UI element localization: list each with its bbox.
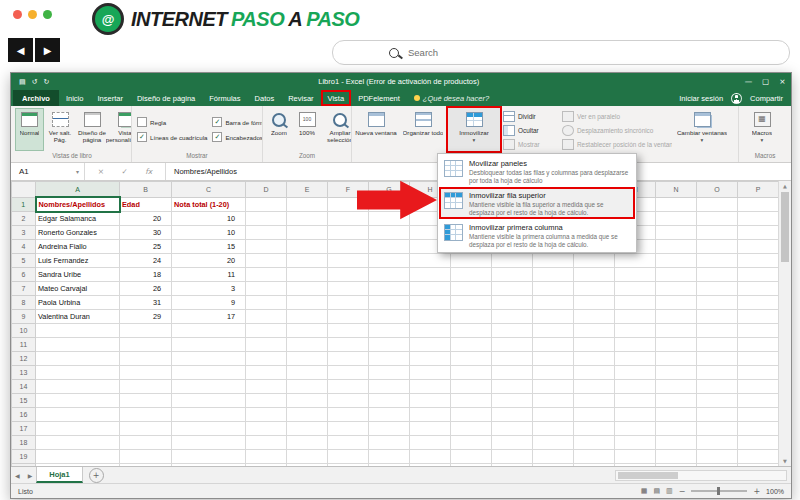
cell-p8[interactable] <box>738 296 779 310</box>
cell-i19[interactable] <box>451 450 492 464</box>
cell-d1[interactable] <box>246 197 287 212</box>
cell-i12[interactable] <box>451 352 492 366</box>
zoom-percent[interactable]: 100% <box>766 488 784 495</box>
ribbon-tab-pdfelement[interactable]: PDFelement <box>351 90 407 106</box>
cell-k7[interactable] <box>533 282 574 296</box>
cell-c11[interactable] <box>172 338 246 352</box>
cell-f3[interactable] <box>328 226 369 240</box>
cell-g13[interactable] <box>369 366 410 380</box>
dividir-button[interactable]: Dividir <box>503 110 557 122</box>
cell-b16[interactable] <box>120 408 172 422</box>
cell-m7[interactable] <box>615 282 656 296</box>
minimize-window-button[interactable] <box>28 10 37 19</box>
cell-l12[interactable] <box>574 352 615 366</box>
cell-m14[interactable] <box>615 380 656 394</box>
cell-o14[interactable] <box>697 380 738 394</box>
cell-n14[interactable] <box>656 380 697 394</box>
cell-o13[interactable] <box>697 366 738 380</box>
cell-i20[interactable] <box>451 464 492 467</box>
cell-e18[interactable] <box>287 436 328 450</box>
cell-l10[interactable] <box>574 324 615 338</box>
cell-o12[interactable] <box>697 352 738 366</box>
cell-o20[interactable] <box>697 464 738 467</box>
cell-l15[interactable] <box>574 394 615 408</box>
cell-l17[interactable] <box>574 422 615 436</box>
cell-g8[interactable] <box>369 296 410 310</box>
cell-a20[interactable] <box>36 464 120 467</box>
restore-icon[interactable] <box>757 77 774 86</box>
cell-g11[interactable] <box>369 338 410 352</box>
cell-g4[interactable] <box>369 240 410 254</box>
cell-n18[interactable] <box>656 436 697 450</box>
cell-j16[interactable] <box>492 408 533 422</box>
cell-b6[interactable]: 18 <box>120 268 172 282</box>
cell-c13[interactable] <box>172 366 246 380</box>
cell-k13[interactable] <box>533 366 574 380</box>
row-header-10[interactable]: 10 <box>12 324 36 338</box>
cell-c20[interactable] <box>172 464 246 467</box>
column-header-p[interactable]: P <box>738 182 779 198</box>
cell-k6[interactable] <box>533 268 574 282</box>
cell-a12[interactable] <box>36 352 120 366</box>
next-sheet-icon[interactable] <box>24 467 37 483</box>
inmovilizar-button[interactable]: Inmovilizar <box>448 108 500 151</box>
cell-g15[interactable] <box>369 394 410 408</box>
cell-n2[interactable] <box>656 212 697 226</box>
cell-b5[interactable]: 24 <box>120 254 172 268</box>
cell-e2[interactable] <box>287 212 328 226</box>
cell-j19[interactable] <box>492 450 533 464</box>
cell-n16[interactable] <box>656 408 697 422</box>
cell-h20[interactable] <box>410 464 451 467</box>
cell-e5[interactable] <box>287 254 328 268</box>
cell-m19[interactable] <box>615 450 656 464</box>
cell-d12[interactable] <box>246 352 287 366</box>
cell-f10[interactable] <box>328 324 369 338</box>
row-header-9[interactable]: 9 <box>12 310 36 324</box>
cell-d6[interactable] <box>246 268 287 282</box>
cell-f19[interactable] <box>328 450 369 464</box>
cell-l19[interactable] <box>574 450 615 464</box>
cell-a13[interactable] <box>36 366 120 380</box>
cell-f6[interactable] <box>328 268 369 282</box>
cell-o7[interactable] <box>697 282 738 296</box>
column-header-o[interactable]: O <box>697 182 738 198</box>
cell-m9[interactable] <box>615 310 656 324</box>
search-box[interactable] <box>332 40 790 65</box>
cell-p19[interactable] <box>738 450 779 464</box>
cell-l13[interactable] <box>574 366 615 380</box>
cell-n12[interactable] <box>656 352 697 366</box>
row-header-4[interactable]: 4 <box>12 240 36 254</box>
cell-g7[interactable] <box>369 282 410 296</box>
cell-i10[interactable] <box>451 324 492 338</box>
cell-d20[interactable] <box>246 464 287 467</box>
cell-k20[interactable] <box>533 464 574 467</box>
cell-j14[interactable] <box>492 380 533 394</box>
cell-d19[interactable] <box>246 450 287 464</box>
cell-f12[interactable] <box>328 352 369 366</box>
cell-k17[interactable] <box>533 422 574 436</box>
cell-j5[interactable] <box>492 254 533 268</box>
vertical-scroll-thumb[interactable] <box>781 192 789 262</box>
cell-b20[interactable] <box>120 464 172 467</box>
cell-e15[interactable] <box>287 394 328 408</box>
checkbox-encabezados[interactable]: Encabezados <box>212 131 263 144</box>
cell-k8[interactable] <box>533 296 574 310</box>
row-header-14[interactable]: 14 <box>12 380 36 394</box>
cell-e1[interactable] <box>287 197 328 212</box>
cell-g19[interactable] <box>369 450 410 464</box>
checkbox-regla[interactable]: Regla <box>137 116 207 129</box>
cell-e20[interactable] <box>287 464 328 467</box>
cell-o18[interactable] <box>697 436 738 450</box>
new-sheet-button[interactable] <box>89 468 104 483</box>
cell-l8[interactable] <box>574 296 615 310</box>
row-header-8[interactable]: 8 <box>12 296 36 310</box>
ver-salt-pag-button[interactable]: Ver salt. Pág. <box>45 108 75 151</box>
cell-a15[interactable] <box>36 394 120 408</box>
cell-g14[interactable] <box>369 380 410 394</box>
vistas-personalizadas-button[interactable]: Vistas personalizadas <box>109 108 132 151</box>
ribbon-tab-formulas[interactable]: Fórmulas <box>202 90 247 106</box>
vertical-scrollbar[interactable] <box>778 181 791 466</box>
cell-c15[interactable] <box>172 394 246 408</box>
cell-n20[interactable] <box>656 464 697 467</box>
forward-button[interactable] <box>35 38 60 62</box>
